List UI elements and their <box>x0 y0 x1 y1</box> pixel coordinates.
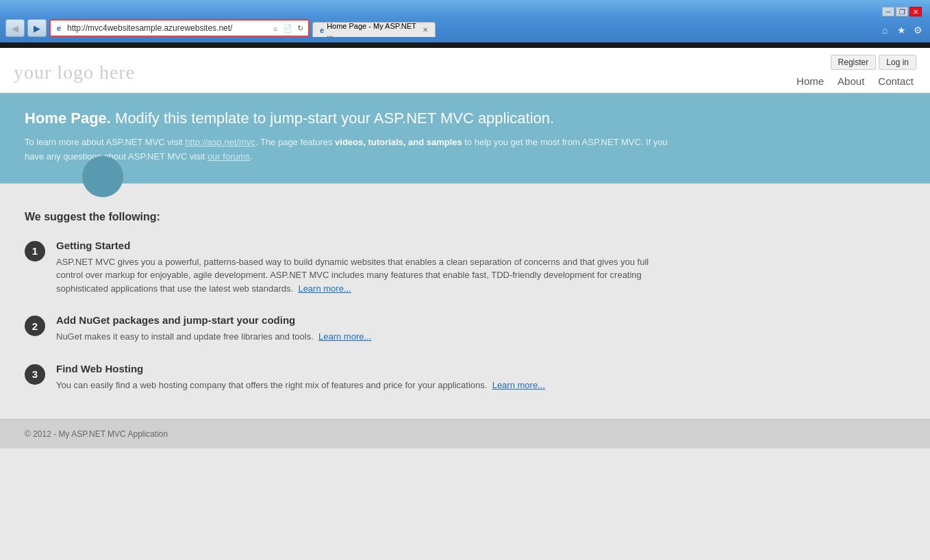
favorites-icon[interactable]: ★ <box>894 23 908 37</box>
item-desc-3: You can easily find a web hosting compan… <box>56 379 545 392</box>
address-bar-icons: ⌕ 📄 ↻ <box>270 23 305 34</box>
hero-period: . <box>250 151 253 162</box>
title-bar: ─ ❐ ✕ <box>5 4 925 19</box>
hero-intro: To learn more about ASP.NET MVC visit <box>25 137 185 147</box>
items-list: 1 Getting Started ASP.NET MVC gives you … <box>25 240 905 392</box>
search-icon[interactable]: ⌕ <box>270 23 281 34</box>
footer-text: © 2012 - My ASP.NET MVC Application <box>25 429 168 439</box>
settings-icon[interactable]: ⚙ <box>911 23 925 37</box>
item-number-1: 1 <box>25 241 45 262</box>
url-input[interactable] <box>67 23 270 33</box>
item-number-2: 2 <box>25 316 45 336</box>
tab-close-button[interactable]: ✕ <box>423 26 428 34</box>
item-link-2[interactable]: Learn more... <box>318 331 371 342</box>
item-link-1[interactable]: Learn more... <box>298 283 351 294</box>
tab-title: Home Page - My ASP.NET ... <box>327 22 417 38</box>
hero-title-bold: Home Page. <box>25 110 111 127</box>
tab-ie-icon: e <box>320 26 324 34</box>
hero-circle-decoration <box>82 156 123 197</box>
hero-text: To learn more about ASP.NET MVC visit ht… <box>25 136 682 164</box>
hero-highlight: videos, tutorials, and samples <box>335 137 462 147</box>
website-content: your logo here Register Log in Home Abou… <box>0 48 930 560</box>
title-bar-buttons: ─ ❐ ✕ <box>882 7 922 16</box>
item-title-2: Add NuGet packages and jump-start your c… <box>56 314 371 326</box>
header-right: Register Log in Home About Contact <box>796 55 916 87</box>
hero-title: Home Page. Modify this template to jump-… <box>25 110 905 127</box>
list-item: 2 Add NuGet packages and jump-start your… <box>25 314 905 344</box>
nav-home[interactable]: Home <box>796 75 824 87</box>
suggest-title: We suggest the following: <box>25 211 905 223</box>
compat-icon[interactable]: 📄 <box>282 23 293 34</box>
register-button[interactable]: Register <box>831 55 877 70</box>
login-button[interactable]: Log in <box>879 55 916 70</box>
hero-banner: Home Page. Modify this template to jump-… <box>0 93 930 183</box>
refresh-icon[interactable]: ↻ <box>294 23 305 34</box>
item-desc-text-3: You can easily find a web hosting compan… <box>56 380 487 390</box>
list-item: 3 Find Web Hosting You can easily find a… <box>25 363 905 392</box>
list-item: 1 Getting Started ASP.NET MVC gives you … <box>25 240 905 296</box>
tab-active[interactable]: e Home Page - My ASP.NET ... ✕ <box>312 22 436 37</box>
item-desc-text-1: ASP.NET MVC gives you a powerful, patter… <box>56 257 649 294</box>
hero-title-normal: Modify this template to jump-start your … <box>111 110 554 127</box>
nav-about[interactable]: About <box>838 75 864 87</box>
browser-chrome: ─ ❐ ✕ ◀ ▶ e ⌕ 📄 ↻ e Home Page - My ASP.N… <box>0 0 930 42</box>
item-content-3: Find Web Hosting You can easily find a w… <box>56 363 545 392</box>
site-header: your logo here Register Log in Home Abou… <box>0 48 930 93</box>
main-content: We suggest the following: 1 Getting Star… <box>0 183 930 406</box>
item-desc-2: NuGet makes it easy to install and updat… <box>56 330 371 344</box>
address-bar[interactable]: e ⌕ 📄 ↻ <box>49 19 310 37</box>
minimize-button[interactable]: ─ <box>882 7 894 16</box>
ie-icon: e <box>53 23 64 34</box>
home-toolbar-icon[interactable]: ⌂ <box>878 23 892 37</box>
hero-middle: . The page features <box>255 137 335 147</box>
item-title-3: Find Web Hosting <box>56 363 545 374</box>
item-number-3: 3 <box>25 364 45 385</box>
item-desc-text-2: NuGet makes it easy to install and updat… <box>56 331 314 342</box>
item-title-1: Getting Started <box>56 240 673 251</box>
site-logo: your logo here <box>14 55 135 84</box>
right-toolbar: ⌂ ★ ⚙ <box>878 23 925 37</box>
black-bar <box>0 42 930 48</box>
forums-link[interactable]: our forums <box>208 151 250 162</box>
nav-contact[interactable]: Contact <box>878 75 914 87</box>
item-content-1: Getting Started ASP.NET MVC gives you a … <box>56 240 673 296</box>
close-button[interactable]: ✕ <box>909 7 922 16</box>
restore-button[interactable]: ❐ <box>896 7 908 16</box>
forward-button[interactable]: ▶ <box>27 19 47 37</box>
asp-link[interactable]: http://asp.net/mvc <box>185 137 255 147</box>
back-button[interactable]: ◀ <box>5 19 25 37</box>
auth-buttons: Register Log in <box>831 55 916 70</box>
nav-links: Home About Contact <box>796 75 916 87</box>
item-desc-1: ASP.NET MVC gives you a powerful, patter… <box>56 255 673 296</box>
item-content-2: Add NuGet packages and jump-start your c… <box>56 314 371 344</box>
site-footer: © 2012 - My ASP.NET MVC Application <box>0 419 930 448</box>
item-link-3[interactable]: Learn more... <box>492 380 545 390</box>
